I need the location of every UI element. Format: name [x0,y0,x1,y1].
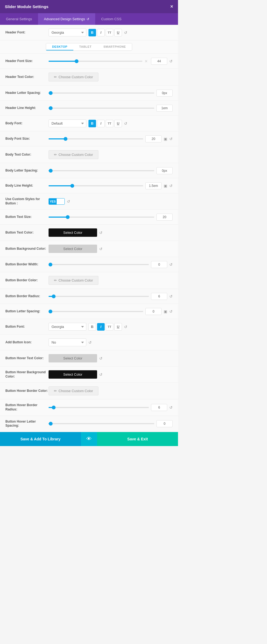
device-tab-desktop[interactable]: DESKTOP [46,43,73,50]
body-font-size-thumb[interactable] [64,137,67,141]
button-border-width-input[interactable] [151,261,167,268]
header-font-size-slider-wrapper[interactable] [49,61,142,62]
header-line-height-input[interactable] [156,105,173,112]
button-border-color-control: ✏ Choose Custom Color [49,276,173,285]
button-font-label: Button Font: [5,325,49,329]
header-italic-btn[interactable]: I [97,29,105,36]
button-border-width-thumb[interactable] [49,263,52,266]
button-border-radius-thumb[interactable] [52,294,56,298]
preview-button[interactable]: 👁 [81,432,97,446]
button-letter-spacing-reset[interactable]: ↺ [169,309,173,314]
header-tt-btn[interactable]: TT [106,29,113,36]
button-text-size-input[interactable] [156,214,173,221]
button-border-width-reset[interactable]: ↺ [169,262,173,267]
button-letter-spacing-slider[interactable] [49,311,143,312]
button-border-radius-input[interactable] [151,293,167,300]
button-bg-color-reset[interactable]: ↺ [99,247,102,251]
button-hover-letter-spacing-thumb[interactable] [49,422,53,426]
header-font-reset[interactable]: ↺ [124,30,127,35]
use-custom-styles-toggle[interactable]: YES [49,198,65,205]
body-font-size-slider[interactable] [49,138,143,139]
header-line-height-thumb[interactable] [49,106,53,110]
header-font-size-clear[interactable]: ✕ [145,59,148,63]
body-letter-spacing-input[interactable] [156,167,173,174]
button-letter-spacing-input[interactable] [145,308,162,315]
body-underline-btn[interactable]: U [114,120,122,127]
body-line-height-slider[interactable] [49,185,143,186]
body-font-select[interactable]: Default [49,119,86,127]
button-hover-text-color-btn[interactable]: Select Color [49,354,97,362]
add-button-icon-select[interactable]: No [49,338,86,346]
button-hover-border-radius-slider[interactable] [49,407,149,408]
header-font-select[interactable]: Georgia [49,29,86,36]
button-border-width-slider[interactable] [49,264,149,265]
button-hover-letter-spacing-slider[interactable] [49,423,154,424]
tab-advanced[interactable]: Advanced Design Settings ↺ [38,13,95,25]
button-text-size-slider[interactable] [49,217,154,218]
tab-general[interactable]: General Settings [0,13,38,25]
button-tt-btn[interactable]: TT [106,323,113,331]
button-hover-border-color-btn[interactable]: ✏ Choose Custom Color [49,386,98,395]
button-letter-spacing-thumb[interactable] [49,310,52,313]
button-bold-btn[interactable]: B [88,323,96,331]
device-tab-smartphone[interactable]: SMARTPHONE [97,43,132,50]
button-hover-border-radius-thumb[interactable] [52,406,56,409]
pencil-icon-border: ✏ [54,278,57,282]
button-bg-color-btn[interactable]: Select Color [49,245,97,253]
button-border-radius-slider[interactable] [49,296,149,297]
add-button-icon-reset[interactable]: ↺ [88,340,92,345]
button-font-select[interactable]: Georgia [49,323,86,331]
save-add-library-button[interactable]: Save & Add To Library [0,432,81,446]
save-exit-button[interactable]: Save & Exit [97,432,178,446]
button-text-color-reset[interactable]: ↺ [99,231,102,235]
header-letter-spacing-slider[interactable] [49,93,154,94]
device-tab-tablet[interactable]: TABLET [73,43,98,50]
header-bold-btn[interactable]: B [88,29,96,36]
tab-css[interactable]: Custom CSS [95,13,127,25]
add-button-icon-label: Add Button Icon: [5,340,49,345]
button-hover-bg-color-btn[interactable]: Select Color [49,370,97,379]
header-letter-spacing-thumb[interactable] [49,91,53,95]
button-border-color-btn[interactable]: ✏ Choose Custom Color [49,276,98,285]
button-hover-text-color-reset[interactable]: ↺ [99,356,102,361]
body-font-size-reset[interactable]: ↺ [169,137,173,141]
header-underline-btn[interactable]: U [114,29,122,36]
button-italic-btn[interactable]: I [97,323,105,331]
button-font-reset[interactable]: ↺ [124,325,127,329]
use-custom-styles-reset[interactable]: ↺ [67,199,70,204]
body-bold-btn[interactable]: B [88,120,96,127]
button-hover-bg-color-reset[interactable]: ↺ [99,372,102,377]
toggle-no[interactable] [57,198,64,204]
header-letter-spacing-input[interactable] [156,90,173,97]
header-text-color-btn[interactable]: ✏ Choose Custom Color [49,73,98,81]
body-letter-spacing-slider[interactable] [49,170,154,171]
body-font-btn-group: B I TT U [88,120,122,127]
body-letter-spacing-thumb[interactable] [49,169,53,173]
header-font-size-input[interactable] [151,58,167,65]
body-line-height-thumb[interactable] [70,184,74,188]
body-line-height-reset[interactable]: ↺ [169,184,173,188]
button-border-radius-reset[interactable]: ↺ [169,294,173,299]
body-italic-btn[interactable]: I [97,120,105,127]
body-tt-btn[interactable]: TT [106,120,113,127]
body-font-size-control: ▣ ↺ [49,135,173,142]
close-button[interactable]: × [170,4,173,9]
button-hover-border-radius-reset[interactable]: ↺ [169,405,173,410]
header-text-color-label: Header Text Color: [5,75,49,79]
body-line-height-input[interactable] [145,182,162,189]
header-font-size-reset[interactable]: ↺ [169,59,173,63]
button-underline-btn[interactable]: U [114,323,122,331]
button-border-width-control: ↺ [49,261,173,268]
body-text-color-btn[interactable]: ✏ Choose Custom Color [49,150,98,159]
body-font-reset[interactable]: ↺ [124,121,127,126]
header-font-size-thumb[interactable] [75,59,78,63]
button-text-size-thumb[interactable] [66,215,70,219]
button-font-btn-group: B I TT U [88,323,122,331]
body-font-size-input[interactable] [145,135,162,142]
button-hover-letter-spacing-input[interactable] [156,420,173,427]
button-hover-border-radius-input[interactable] [151,404,167,411]
button-text-color-btn[interactable]: Select Color [49,228,97,237]
button-text-color-row: Button Text Color: Select Color ↺ [0,225,178,241]
toggle-yes[interactable]: YES [49,198,57,204]
header-line-height-slider[interactable] [49,108,154,109]
